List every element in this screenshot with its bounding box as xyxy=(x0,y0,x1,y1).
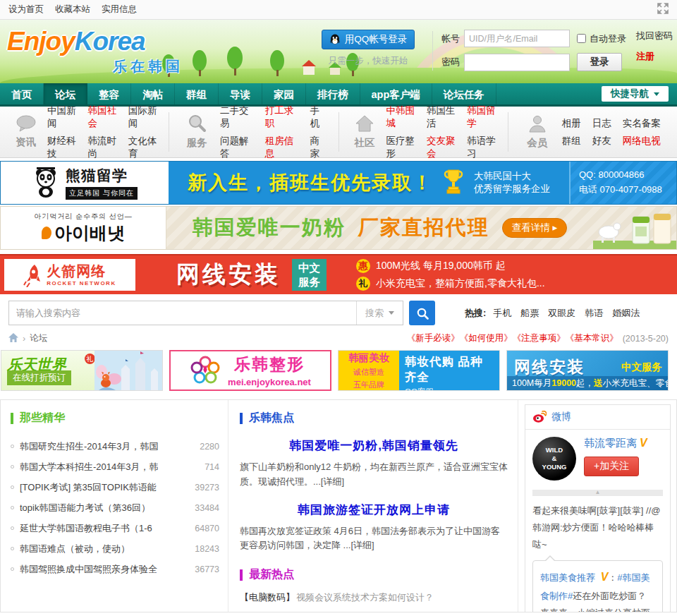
notice-newbie-link[interactable]: 《新手必读》 xyxy=(407,332,460,344)
link-jobs[interactable]: 打工求职 xyxy=(265,104,299,130)
channel-news: 资讯 中国新闻 财经科技 韩国社会 韩流时尚 国际新闻 文化体育 xyxy=(0,112,169,152)
channel-news-head[interactable]: 资讯 xyxy=(11,115,40,149)
channel-service-head[interactable]: 服务 xyxy=(181,114,213,150)
link-culture-sports[interactable]: 文化体育 xyxy=(128,135,157,160)
link-medical-plastic[interactable]: 医疗整形 xyxy=(386,135,415,160)
nav-item-taotie[interactable]: 淘帖 xyxy=(131,83,175,104)
hot-word-korean[interactable]: 韩语 xyxy=(585,307,603,320)
article-headline[interactable]: 韩国爱唯一奶粉,韩国销量领先 xyxy=(240,437,508,454)
link-mobile[interactable]: 手机 xyxy=(310,104,327,130)
hot-word-phone[interactable]: 手机 xyxy=(493,307,511,320)
hot-item-link[interactable]: 视频会议系统技术方案如何设计？ xyxy=(296,591,434,604)
link-qa[interactable]: 问题解答 xyxy=(220,135,254,160)
account-input[interactable] xyxy=(464,30,570,47)
panda-headline: 新入生，插班生优先录取！ xyxy=(188,170,433,195)
digest-link[interactable]: 韩国语难点（被动，使动） xyxy=(20,543,130,555)
ad-banner-rocket-network[interactable]: 火箭网络 ROCKET NETWORK 网线安装 中文 服务 惠 100M光线 … xyxy=(0,254,677,294)
find-password-link[interactable]: 找回密码 xyxy=(636,30,673,42)
nav-item-forum[interactable]: 论坛 xyxy=(44,83,87,104)
scrollbar[interactable]: ▲ xyxy=(532,490,663,496)
home-icon[interactable] xyxy=(8,333,18,344)
mini-banner-mei-plastic[interactable]: 乐韩整形 mei.enjoykorea.net xyxy=(169,350,331,391)
view-count: 36773 xyxy=(189,564,219,574)
hot-word-eyelid[interactable]: 双眼皮 xyxy=(548,307,575,320)
mei-title: 乐韩整形 xyxy=(234,355,305,373)
link-groups[interactable]: 群组 xyxy=(562,135,581,147)
hot-word-marriage-law[interactable]: 婚姻法 xyxy=(612,307,640,320)
login-button[interactable]: 登录 xyxy=(577,53,622,71)
search-button[interactable] xyxy=(409,301,435,325)
digest-link[interactable]: 韩国研究生招生-2014年3月，韩国 xyxy=(20,440,158,453)
item-note: 都是套路 xyxy=(465,610,508,612)
link-korea-society[interactable]: 韩国社会 xyxy=(87,104,116,130)
mini-banner-lotte-world[interactable]: 乐天世界 礼 在线打折预订 xyxy=(1,350,163,391)
link-housing[interactable]: 租房信息 xyxy=(265,135,299,160)
link-cn-kr-marriage[interactable]: 中韩围城 xyxy=(386,104,415,130)
digest-link[interactable]: 延世大学韩国语教程电子书（1-6 xyxy=(20,522,152,535)
link-web-tv[interactable]: 网络电视 xyxy=(623,135,661,147)
link-blogs[interactable]: 日志 xyxy=(592,117,611,130)
mini-banner-hanli-cosmetics[interactable]: 韩丽美妆 诚信塑造 五年品牌 韩妆代购 品种齐全 QQ客服: 308407767… xyxy=(338,350,500,391)
quoted-account-link[interactable]: 韩国美食推荐 xyxy=(540,572,595,583)
useful-info-link[interactable]: 实用信息 xyxy=(102,4,137,16)
nav-item-tasks[interactable]: 论坛任务 xyxy=(432,83,496,104)
password-input[interactable] xyxy=(464,54,570,71)
notice-howto-link[interactable]: 《如何使用》 xyxy=(460,332,513,344)
search-box: 搜索 xyxy=(8,301,403,325)
hot-word-ferry[interactable]: 船票 xyxy=(520,307,539,320)
nav-item-plastic[interactable]: 整容 xyxy=(87,83,131,104)
link-china-news[interactable]: 中国新闻 xyxy=(47,104,76,130)
weibo-account-link[interactable]: 韩流零距离 xyxy=(584,437,637,449)
nav-item-guide[interactable]: 导读 xyxy=(219,83,262,104)
digest-link[interactable]: 韩国大学本科招生-2014年3月，韩 xyxy=(20,461,158,473)
site-logo[interactable]: EnjoyKorea 乐在韩国 xyxy=(7,28,183,73)
notice-rules-link[interactable]: 《注意事项》 xyxy=(513,332,566,344)
bookmark-link[interactable]: 收藏本站 xyxy=(55,4,90,16)
view-count: 39273 xyxy=(189,483,219,493)
follow-button[interactable]: +加关注 xyxy=(584,457,639,476)
search-scope-select[interactable]: 搜索 xyxy=(356,301,403,325)
link-hallyu-fashion[interactable]: 韩流时尚 xyxy=(87,135,116,160)
link-friends[interactable]: 好友 xyxy=(592,135,611,147)
channel-community-head[interactable]: 社区 xyxy=(350,114,379,150)
register-link[interactable]: 注册 xyxy=(636,50,673,63)
notice-basics-link[interactable]: 《基本常识》 xyxy=(566,332,618,344)
digest-link[interactable]: 韩国驾照换成中国驾照亲身体验全 xyxy=(20,563,157,576)
auto-login-checkbox[interactable] xyxy=(577,34,586,43)
link-merchants[interactable]: 商家 xyxy=(310,135,327,160)
channel-member-head[interactable]: 会员 xyxy=(520,114,555,150)
link-korean-learning[interactable]: 韩语学习 xyxy=(467,135,496,160)
link-finance-tech[interactable]: 财经科技 xyxy=(47,135,76,160)
ad-banner-panda-study[interactable]: 熊猫留学 立足韩国 与你同在 新入生，插班生优先录取！ 大韩民国十大 优秀留学服… xyxy=(0,161,677,205)
link-korea-life[interactable]: 韩国生活 xyxy=(427,104,456,130)
quick-nav-button[interactable]: 快捷导航 xyxy=(602,86,669,102)
chevron-down-icon xyxy=(389,311,394,315)
view-details-button[interactable]: 查看详情 ▸ xyxy=(502,218,568,238)
article-excerpt: 旗下山羊奶粉和only12 牛奶粉，均在新西兰原产，适合亚洲宝宝体质。现诚招代理… xyxy=(240,460,508,490)
ad-banner-milk-powder[interactable]: 아기먹거리 순수주의 선언— 아이배냇 韩国爱唯一奶粉 厂家直招代理 查看详情 … xyxy=(0,206,677,250)
hot-item-link[interactable]: 【韩国大学百问百答】问题详解 xyxy=(296,610,425,612)
rocket-service-line2: 服务 xyxy=(298,275,320,289)
link-meetup[interactable]: 交友聚会 xyxy=(427,135,456,160)
mini-banner-internet-install[interactable]: 网线安装 中文服务 100M每月19000起，送小米充电宝、零食包... xyxy=(506,350,669,391)
link-intl-news[interactable]: 国际新闻 xyxy=(128,104,157,130)
expand-icon[interactable] xyxy=(657,3,669,16)
panda-brand-slogan: 立足韩国 与你同在 xyxy=(66,187,138,200)
view-count: 33484 xyxy=(189,503,219,513)
nav-item-groups[interactable]: 群组 xyxy=(175,83,219,104)
set-homepage-link[interactable]: 设为首页 xyxy=(8,4,44,16)
link-realname[interactable]: 实名备案 xyxy=(623,117,661,130)
search-input[interactable] xyxy=(9,301,356,325)
link-secondhand[interactable]: 二手交易 xyxy=(220,104,254,130)
link-study-abroad[interactable]: 韩国留学 xyxy=(467,104,496,130)
nav-item-space[interactable]: 家园 xyxy=(262,83,306,104)
nav-item-ranking[interactable]: 排行榜 xyxy=(306,83,360,104)
avatar[interactable]: WILD & YOUNG xyxy=(532,437,576,481)
qq-login-button[interactable]: 用QQ帐号登录 xyxy=(322,30,415,49)
link-albums[interactable]: 相册 xyxy=(562,117,581,130)
nav-item-app[interactable]: app客户端 xyxy=(360,83,432,104)
digest-link[interactable]: [TOPIK考试] 第35回TOPIK韩语能 xyxy=(20,481,157,494)
digest-link[interactable]: topik韩国语能力考试（第36回） xyxy=(20,502,150,514)
article-headline[interactable]: 韩国旅游签证开放网上申请 xyxy=(240,502,508,518)
nav-item-home[interactable]: 首页 xyxy=(0,83,44,104)
